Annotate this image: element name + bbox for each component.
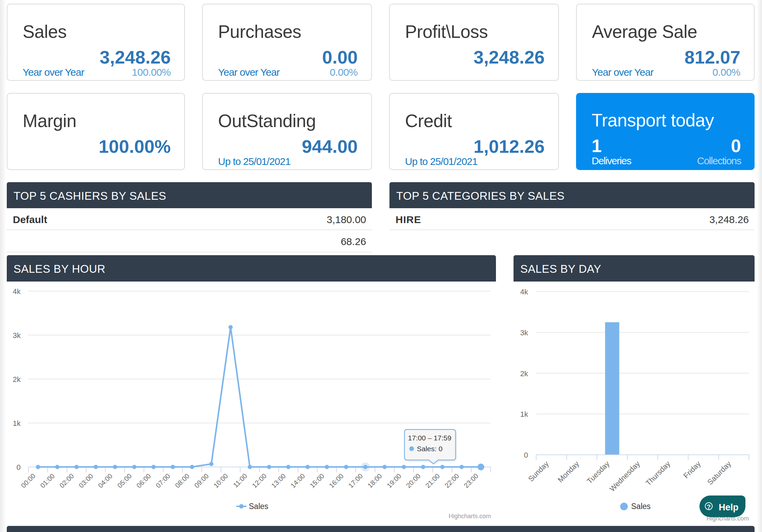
svg-text:1k: 1k bbox=[13, 419, 21, 428]
svg-text:1k: 1k bbox=[520, 410, 528, 418]
svg-text:Friday: Friday bbox=[682, 459, 703, 480]
svg-text:12:00: 12:00 bbox=[251, 472, 268, 489]
svg-text:Sales: 0: Sales: 0 bbox=[417, 445, 443, 453]
svg-text:18:00: 18:00 bbox=[366, 472, 383, 489]
svg-text:01:00: 01:00 bbox=[39, 472, 56, 489]
svg-text:07:00: 07:00 bbox=[154, 472, 172, 489]
svg-text:23:00: 23:00 bbox=[462, 472, 480, 489]
svg-text:13:00: 13:00 bbox=[270, 472, 287, 489]
svg-text:17:00: 17:00 bbox=[347, 472, 364, 489]
svg-text:08:00: 08:00 bbox=[173, 472, 191, 489]
svg-text:4k: 4k bbox=[520, 288, 528, 296]
svg-text:4k: 4k bbox=[13, 287, 21, 296]
svg-text:16:00: 16:00 bbox=[328, 472, 345, 489]
svg-text:2k: 2k bbox=[520, 369, 528, 378]
svg-text:0: 0 bbox=[17, 463, 21, 471]
svg-text:03:00: 03:00 bbox=[77, 472, 95, 489]
svg-text:10:00: 10:00 bbox=[212, 472, 229, 489]
svg-text:Monday: Monday bbox=[556, 459, 581, 484]
svg-text:19:00: 19:00 bbox=[385, 472, 403, 489]
svg-text:02:00: 02:00 bbox=[58, 472, 75, 489]
svg-text:Tuesday: Tuesday bbox=[585, 459, 611, 485]
svg-text:0: 0 bbox=[524, 451, 528, 459]
svg-text:Sales: Sales bbox=[249, 502, 268, 511]
svg-text:00:00: 00:00 bbox=[20, 472, 37, 489]
svg-text:3k: 3k bbox=[520, 329, 528, 337]
svg-text:21:00: 21:00 bbox=[424, 472, 441, 489]
svg-text:3k: 3k bbox=[13, 331, 21, 340]
svg-text:2k: 2k bbox=[13, 375, 21, 384]
svg-text:05:00: 05:00 bbox=[116, 472, 133, 489]
svg-text:Highcharts.com: Highcharts.com bbox=[449, 513, 491, 519]
svg-text:06:00: 06:00 bbox=[135, 472, 152, 489]
svg-text:17:00 – 17:59: 17:00 – 17:59 bbox=[408, 434, 451, 442]
svg-text:09:00: 09:00 bbox=[193, 472, 210, 489]
svg-text:Sales: Sales bbox=[631, 502, 651, 511]
svg-text:11:00: 11:00 bbox=[232, 472, 248, 489]
svg-text:15:00: 15:00 bbox=[308, 472, 326, 489]
svg-text:20:00: 20:00 bbox=[405, 472, 422, 489]
svg-text:Sunday: Sunday bbox=[527, 459, 550, 483]
svg-text:Wednesday: Wednesday bbox=[608, 459, 642, 493]
svg-text:22:00: 22:00 bbox=[443, 472, 460, 489]
svg-text:04:00: 04:00 bbox=[97, 472, 114, 489]
svg-text:Thursday: Thursday bbox=[644, 459, 672, 487]
svg-text:14:00: 14:00 bbox=[289, 472, 306, 489]
svg-text:Saturday: Saturday bbox=[706, 459, 733, 486]
